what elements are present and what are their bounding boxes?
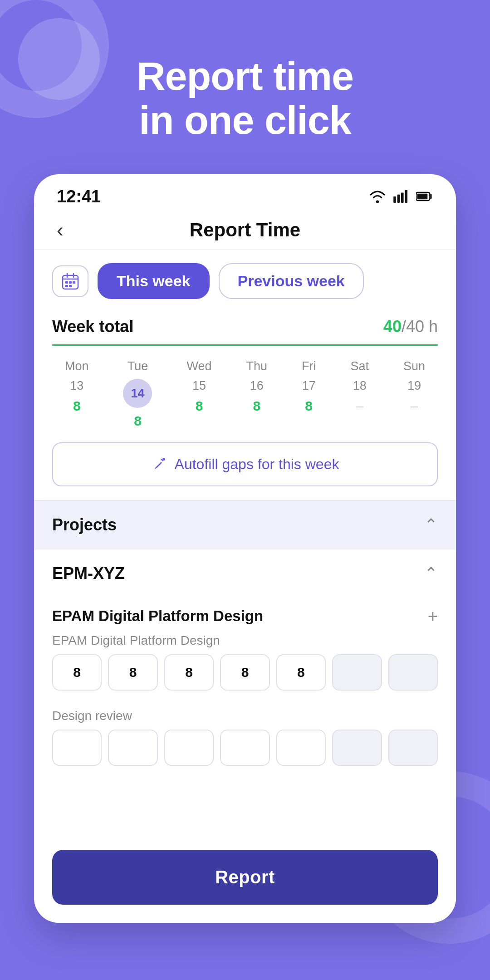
day-value: 8 bbox=[73, 398, 81, 414]
task2-cell-5 bbox=[332, 730, 382, 766]
task2: Design review bbox=[34, 709, 456, 779]
day-label: Sat bbox=[350, 359, 369, 373]
day-label: Wed bbox=[186, 359, 211, 373]
day-col-tue[interactable]: Tue148 bbox=[123, 359, 152, 429]
task1-add-button[interactable]: + bbox=[428, 607, 438, 626]
day-number: 18 bbox=[353, 379, 367, 393]
week-total-value: 40/40 h bbox=[383, 317, 438, 336]
signal-icon bbox=[392, 190, 410, 203]
back-button[interactable]: ‹ bbox=[57, 220, 64, 240]
day-value: 8 bbox=[253, 398, 260, 414]
task1-cells-row: 88888 bbox=[52, 654, 438, 691]
task1-cell-1[interactable]: 8 bbox=[108, 654, 157, 691]
day-number: 15 bbox=[192, 379, 206, 393]
task1-cell-3[interactable]: 8 bbox=[220, 654, 270, 691]
task1-name-row: EPAM Digital Platform Design + bbox=[52, 598, 438, 633]
week-selector: This week Previous week bbox=[34, 250, 456, 313]
wifi-icon bbox=[369, 190, 386, 203]
task2-cell-3[interactable] bbox=[220, 730, 270, 766]
total-separator: / bbox=[402, 317, 406, 336]
calendar-icon bbox=[61, 272, 79, 290]
week-total-label: Week total bbox=[52, 317, 133, 336]
task2-cell-6 bbox=[388, 730, 438, 766]
task1-cell-0[interactable]: 8 bbox=[52, 654, 102, 691]
autofill-label: Autofill gaps for this week bbox=[175, 456, 339, 473]
day-value: 8 bbox=[196, 398, 203, 414]
autofill-icon bbox=[151, 456, 167, 473]
total-max: 40 h bbox=[406, 317, 438, 336]
svg-rect-5 bbox=[417, 194, 428, 200]
task2-cell-0[interactable] bbox=[52, 730, 102, 766]
this-week-button[interactable]: This week bbox=[98, 263, 210, 299]
day-dash: – bbox=[411, 398, 418, 414]
report-button[interactable]: Report bbox=[52, 850, 438, 905]
day-number: 13 bbox=[70, 379, 83, 393]
day-col-mon[interactable]: Mon138 bbox=[65, 359, 89, 429]
svg-rect-7 bbox=[65, 281, 68, 284]
day-label: Sun bbox=[403, 359, 425, 373]
task2-name: Design review bbox=[52, 709, 438, 723]
svg-rect-3 bbox=[405, 190, 407, 203]
projects-section-header[interactable]: Projects ⌃ bbox=[34, 501, 456, 549]
phone-card: 12:41 ‹ Report Time bbox=[34, 174, 456, 923]
hero-title-line2: in one click bbox=[139, 98, 351, 142]
days-row: Mon138Tue148Wed158Thu168Fri178Sat18–Sun1… bbox=[34, 346, 456, 429]
projects-title: Projects bbox=[52, 515, 117, 534]
day-number: 17 bbox=[302, 379, 316, 393]
nav-title: Report Time bbox=[190, 219, 300, 241]
svg-rect-0 bbox=[393, 196, 396, 203]
status-icons bbox=[369, 190, 433, 203]
bg-circle-2 bbox=[18, 18, 100, 100]
battery-icon bbox=[416, 190, 433, 203]
day-value: 8 bbox=[134, 413, 142, 429]
day-col-thu[interactable]: Thu168 bbox=[246, 359, 267, 429]
svg-rect-8 bbox=[69, 281, 72, 284]
epm-title: EPM-XYZ bbox=[52, 564, 125, 583]
task2-cell-2[interactable] bbox=[164, 730, 214, 766]
task1-cell-6 bbox=[388, 654, 438, 691]
epm-chevron-icon: ⌃ bbox=[424, 564, 438, 583]
svg-rect-1 bbox=[397, 195, 400, 203]
day-number: 16 bbox=[250, 379, 264, 393]
nav-bar: ‹ Report Time bbox=[34, 211, 456, 249]
day-label: Fri bbox=[302, 359, 316, 373]
task1-name: EPAM Digital Platform Design bbox=[52, 608, 263, 625]
day-value: 8 bbox=[305, 398, 313, 414]
autofill-button[interactable]: Autofill gaps for this week bbox=[52, 442, 438, 486]
day-label: Tue bbox=[127, 359, 148, 373]
previous-week-button[interactable]: Previous week bbox=[219, 263, 364, 299]
status-bar: 12:41 bbox=[34, 174, 456, 211]
day-dash: – bbox=[356, 398, 363, 414]
task1-subtask-name: EPAM Digital Platform Design bbox=[52, 633, 438, 648]
task1-cell-2[interactable]: 8 bbox=[164, 654, 214, 691]
svg-point-12 bbox=[162, 458, 165, 461]
total-current: 40 bbox=[383, 317, 402, 336]
day-label: Thu bbox=[246, 359, 267, 373]
day-number: 19 bbox=[407, 379, 421, 393]
day-col-sun[interactable]: Sun19– bbox=[403, 359, 425, 429]
svg-rect-2 bbox=[401, 193, 404, 203]
epm-section-header[interactable]: EPM-XYZ ⌃ bbox=[34, 549, 456, 598]
day-today-pill: 14 bbox=[123, 379, 152, 408]
day-col-fri[interactable]: Fri178 bbox=[302, 359, 316, 429]
day-col-sat[interactable]: Sat18– bbox=[350, 359, 369, 429]
task2-cells-row bbox=[52, 730, 438, 766]
task2-cell-4[interactable] bbox=[276, 730, 326, 766]
task1-cell-4[interactable]: 8 bbox=[276, 654, 326, 691]
hero-title: Report time in one click bbox=[137, 54, 353, 142]
svg-rect-9 bbox=[73, 281, 75, 284]
hero-title-line1: Report time bbox=[137, 54, 353, 98]
projects-chevron-icon: ⌃ bbox=[424, 515, 438, 534]
task1: EPAM Digital Platform Design + EPAM Digi… bbox=[34, 598, 456, 709]
day-col-wed[interactable]: Wed158 bbox=[186, 359, 211, 429]
task1-cell-5 bbox=[332, 654, 382, 691]
task2-cell-1[interactable] bbox=[108, 730, 157, 766]
week-total-row: Week total 40/40 h bbox=[34, 313, 456, 336]
report-bar: Report bbox=[34, 836, 456, 923]
svg-rect-10 bbox=[65, 285, 68, 287]
calendar-button[interactable] bbox=[52, 265, 88, 297]
status-time: 12:41 bbox=[57, 187, 101, 206]
day-label: Mon bbox=[65, 359, 89, 373]
svg-rect-11 bbox=[69, 285, 72, 287]
